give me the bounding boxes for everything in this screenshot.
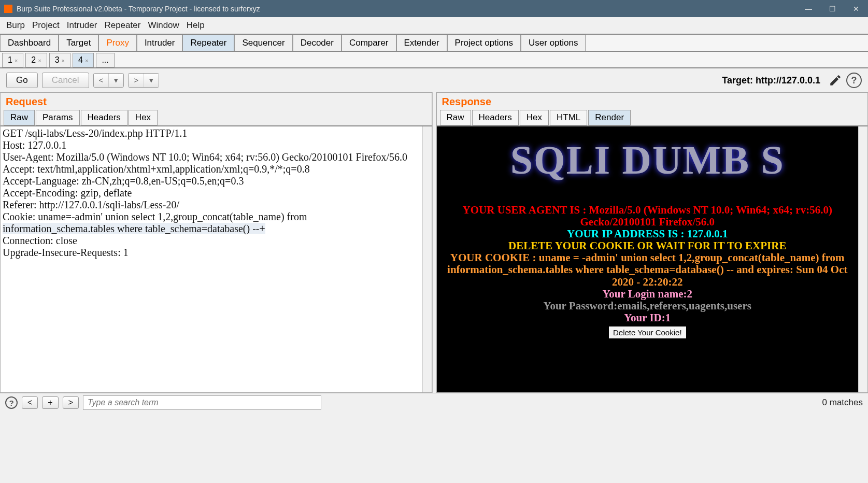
render-user-agent: YOUR USER AGENT IS : Mozilla/5.0 (Window… (441, 204, 855, 228)
help-icon[interactable]: ? (5, 396, 18, 409)
tab-user-options[interactable]: User options (521, 35, 586, 51)
menu-window[interactable]: Window (148, 20, 179, 31)
search-prev-button[interactable]: < (22, 396, 38, 409)
nav-fwd-group: > ▾ (128, 73, 159, 88)
render-login: Your Login name:2 (441, 288, 855, 300)
search-input[interactable] (83, 395, 321, 410)
search-add-button[interactable]: + (42, 396, 58, 409)
cancel-button[interactable]: Cancel (42, 73, 89, 88)
response-tab-html[interactable]: HTML (550, 110, 587, 125)
maximize-icon[interactable]: ☐ (824, 1, 840, 17)
request-tab-raw[interactable]: Raw (4, 110, 35, 125)
nav-back-dropdown[interactable]: ▾ (109, 74, 123, 87)
split-view: Request Raw Params Headers Hex GET /sqli… (0, 92, 868, 393)
nav-back-button[interactable]: < (94, 74, 109, 87)
menu-help[interactable]: Help (187, 20, 205, 31)
close-icon[interactable]: × (85, 58, 88, 64)
tab-target[interactable]: Target (59, 35, 98, 51)
render-cookie: YOUR COOKIE : uname = -admin' union sele… (441, 252, 855, 288)
help-icon[interactable]: ? (846, 73, 862, 88)
menu-intruder[interactable]: Intruder (67, 20, 97, 31)
request-tabs: Raw Params Headers Hex (1, 110, 432, 126)
titlebar-text: Burp Suite Professional v2.0beta - Tempo… (17, 5, 801, 13)
tab-dashboard[interactable]: Dashboard (0, 35, 59, 51)
minimize-icon[interactable]: — (801, 1, 816, 17)
edit-target-icon[interactable] (829, 74, 842, 87)
render-id: Your ID:1 (441, 312, 855, 324)
menubar: Burp Project Intruder Repeater Window He… (0, 17, 868, 34)
sub-tab-4[interactable]: 4× (73, 53, 94, 67)
close-icon[interactable]: ✕ (848, 1, 864, 17)
request-tab-params[interactable]: Params (36, 110, 80, 125)
response-tabs: Raw Headers Hex HTML Render (437, 110, 868, 126)
repeater-sub-tabs: 1× 2× 3× 4× ... (0, 52, 868, 68)
nav-fwd-button[interactable]: > (129, 74, 144, 87)
menu-repeater[interactable]: Repeater (104, 20, 140, 31)
response-render-view[interactable]: SQLI DUMB S YOUR USER AGENT IS : Mozilla… (437, 126, 859, 392)
tab-extender[interactable]: Extender (396, 35, 447, 51)
response-tab-render[interactable]: Render (588, 110, 631, 125)
response-tab-raw[interactable]: Raw (440, 110, 471, 125)
tab-intruder[interactable]: Intruder (137, 35, 183, 51)
request-raw-editor[interactable]: GET /sqli-labs/Less-20/index.php HTTP/1.… (1, 126, 422, 392)
response-tab-hex[interactable]: Hex (520, 110, 549, 125)
search-bar: ? < + > 0 matches (0, 393, 868, 412)
render-delete-msg: DELETE YOUR COOKIE OR WAIT FOR IT TO EXP… (441, 240, 855, 252)
sub-tab-2[interactable]: 2× (25, 53, 47, 67)
close-icon[interactable]: × (15, 58, 18, 64)
app-icon (4, 5, 12, 13)
menu-project[interactable]: Project (32, 20, 60, 31)
nav-back-group: < ▾ (93, 73, 124, 88)
tab-project-options[interactable]: Project options (447, 35, 521, 51)
go-button[interactable]: Go (6, 73, 38, 88)
sub-tab-more[interactable]: ... (96, 53, 114, 67)
request-title: Request (1, 93, 432, 110)
tab-proxy[interactable]: Proxy (98, 35, 136, 51)
sub-tab-3[interactable]: 3× (49, 53, 70, 67)
tab-sequencer[interactable]: Sequencer (234, 35, 292, 51)
response-panel: Response Raw Headers Hex HTML Render SQL… (436, 92, 869, 393)
menu-burp[interactable]: Burp (6, 20, 25, 31)
search-next-button[interactable]: > (63, 396, 79, 409)
sub-tab-1[interactable]: 1× (2, 53, 23, 67)
target-label: Target: http://127.0.0.1 (722, 75, 820, 86)
delete-cookie-button[interactable]: Delete Your Cookie! (608, 326, 687, 339)
scrollbar-vertical[interactable] (858, 126, 867, 392)
tab-comparer[interactable]: Comparer (341, 35, 396, 51)
response-tab-headers[interactable]: Headers (472, 110, 519, 125)
split-divider[interactable] (432, 92, 436, 393)
response-title: Response (437, 93, 868, 110)
request-tab-hex[interactable]: Hex (129, 110, 158, 125)
close-icon[interactable]: × (62, 58, 65, 64)
render-banner: SQLI DUMB S (441, 137, 855, 183)
nav-fwd-dropdown[interactable]: ▾ (144, 74, 159, 87)
tab-repeater[interactable]: Repeater (182, 35, 234, 51)
render-password: Your Password:emails,referers,uagents,us… (441, 300, 855, 312)
request-tab-headers[interactable]: Headers (81, 110, 127, 125)
main-tabs: Dashboard Target Proxy Intruder Repeater… (0, 34, 868, 52)
titlebar: Burp Suite Professional v2.0beta - Tempo… (0, 0, 868, 17)
close-icon[interactable]: × (38, 58, 41, 64)
action-row: Go Cancel < ▾ > ▾ Target: http://127.0.0… (0, 68, 868, 92)
render-ip: YOUR IP ADDRESS IS : 127.0.0.1 (441, 228, 855, 240)
tab-decoder[interactable]: Decoder (293, 35, 341, 51)
request-panel: Request Raw Params Headers Hex GET /sqli… (0, 92, 432, 393)
scrollbar-vertical[interactable] (422, 126, 432, 392)
search-matches: 0 matches (822, 397, 863, 408)
